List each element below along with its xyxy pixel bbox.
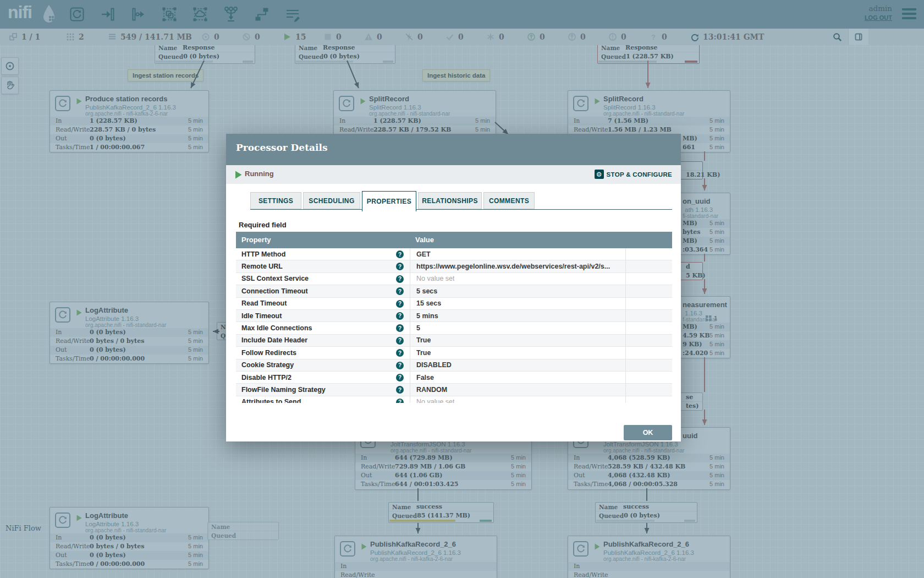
value-cell[interactable]: 15 secs: [410, 298, 625, 309]
run-status-row: Running ⚙ STOP & CONFIGURE: [226, 165, 681, 184]
property-row: SSL Context Service?No value set: [236, 273, 672, 285]
nifi-app: Ingest station recordsIngest historic da…: [0, 0, 924, 578]
property-cell: Include Date Header?: [236, 335, 410, 346]
spacer-cell: [625, 273, 672, 285]
property-cell: Read Timeout?: [236, 298, 410, 309]
spacer-cell: [625, 248, 672, 260]
property-cell: HTTP Method?: [236, 248, 410, 260]
property-name: Cookie Strategy: [241, 361, 294, 369]
property-row: FlowFile Naming Strategy?RANDOM: [236, 384, 672, 396]
value-cell[interactable]: True: [410, 347, 625, 358]
property-name: SSL Context Service: [241, 275, 309, 282]
spacer-cell: [625, 298, 672, 309]
property-row: Read Timeout?15 secs: [236, 298, 672, 310]
property-cell: Max Idle Connections?: [236, 322, 410, 334]
property-value: True: [416, 349, 431, 357]
spacer-cell: [625, 359, 672, 371]
tab-comments[interactable]: COMMENTS: [483, 192, 535, 209]
value-cell[interactable]: True: [410, 335, 625, 346]
property-cell: Disable HTTP/2?: [236, 372, 410, 383]
spacer-cell: [625, 322, 672, 334]
property-cell: Idle Timeout?: [236, 310, 410, 321]
help-icon[interactable]: ?: [396, 300, 404, 308]
value-cell[interactable]: No value set: [410, 396, 625, 403]
property-row: Connection Timeout?5 secs: [236, 285, 672, 297]
properties-table-header: Property Value: [236, 232, 672, 248]
column-property: Property: [241, 236, 271, 244]
property-row: HTTP Method?GET: [236, 248, 672, 260]
property-name: Follow Redirects: [241, 349, 296, 357]
property-name: Max Idle Connections: [241, 324, 312, 332]
tab-scheduling[interactable]: SCHEDULING: [303, 192, 360, 209]
property-value: RANDOM: [416, 386, 447, 394]
property-value: True: [416, 336, 431, 344]
property-row: Max Idle Connections?5: [236, 322, 672, 334]
help-icon[interactable]: ?: [396, 275, 404, 283]
property-value: DISABLED: [416, 361, 452, 369]
tab-relationships[interactable]: RELATIONSHIPS: [418, 192, 482, 209]
property-name: Disable HTTP/2: [241, 374, 292, 381]
property-row: Follow Redirects?True: [236, 347, 672, 359]
property-row: Include Date Header?True: [236, 335, 672, 347]
property-value: False: [416, 374, 434, 381]
property-cell: FlowFile Naming Strategy?: [236, 384, 410, 395]
help-icon[interactable]: ?: [396, 312, 404, 320]
property-name: Read Timeout: [241, 299, 287, 307]
help-icon[interactable]: ?: [396, 349, 404, 357]
required-field-note: Required field: [239, 221, 287, 229]
property-value: 5: [416, 324, 420, 332]
property-value: No value set: [416, 398, 454, 403]
spacer-cell: [625, 384, 672, 395]
help-icon[interactable]: ?: [396, 399, 404, 403]
column-value: Value: [415, 236, 434, 244]
help-icon[interactable]: ?: [396, 362, 404, 369]
spacer-cell: [625, 347, 672, 358]
property-name: Idle Timeout: [241, 312, 282, 320]
spacer-cell: [625, 335, 672, 346]
value-cell[interactable]: RANDOM: [410, 384, 625, 395]
property-cell: Follow Redirects?: [236, 347, 410, 358]
help-icon[interactable]: ?: [396, 250, 404, 258]
property-name: Attributes to Send: [241, 398, 301, 403]
gear-icon: ⚙: [595, 170, 604, 179]
property-cell: Attributes to Send?: [236, 396, 410, 403]
property-row: Cookie Strategy?DISABLED: [236, 359, 672, 372]
help-icon[interactable]: ?: [396, 263, 404, 270]
spacer-cell: [625, 396, 672, 403]
tab-settings[interactable]: SETTINGS: [250, 192, 301, 209]
value-cell[interactable]: False: [410, 372, 625, 383]
value-cell[interactable]: 5: [410, 322, 625, 334]
tab-properties[interactable]: PROPERTIES: [362, 191, 416, 211]
property-value: No value set: [416, 275, 454, 282]
stop-and-configure-button[interactable]: ⚙ STOP & CONFIGURE: [595, 170, 672, 179]
processor-details-dialog: Processor Details Running ⚙ STOP & CONFI…: [226, 134, 681, 441]
property-cell: SSL Context Service?: [236, 273, 410, 285]
help-icon[interactable]: ?: [396, 337, 404, 345]
help-icon[interactable]: ?: [396, 287, 404, 295]
value-cell[interactable]: 5 mins: [410, 310, 625, 321]
value-cell[interactable]: https://www.pegelonline.wsv.de/webservic…: [410, 260, 625, 272]
property-value: https://www.pegelonline.wsv.de/webservic…: [416, 263, 610, 270]
property-value: 5 secs: [416, 287, 437, 295]
property-row: Idle Timeout?5 mins: [236, 310, 672, 322]
property-cell: Connection Timeout?: [236, 285, 410, 297]
ok-button[interactable]: OK: [624, 425, 672, 440]
value-cell[interactable]: 5 secs: [410, 285, 625, 297]
property-name: HTTP Method: [241, 250, 285, 258]
run-status-label: Running: [245, 170, 274, 178]
value-cell[interactable]: No value set: [410, 273, 625, 285]
help-icon[interactable]: ?: [396, 386, 404, 394]
help-icon[interactable]: ?: [396, 324, 404, 332]
value-cell[interactable]: DISABLED: [410, 359, 625, 371]
property-value: GET: [416, 250, 431, 258]
spacer-cell: [625, 372, 672, 383]
property-cell: Remote URL?: [236, 260, 410, 272]
help-icon[interactable]: ?: [396, 374, 404, 381]
property-name: Connection Timeout: [241, 287, 308, 295]
property-name: FlowFile Naming Strategy: [241, 386, 326, 394]
running-icon: [235, 171, 242, 179]
dialog-title: Processor Details: [236, 142, 328, 153]
property-row: Remote URL?https://www.pegelonline.wsv.d…: [236, 260, 672, 272]
property-row: Attributes to Send?No value set: [236, 396, 672, 403]
value-cell[interactable]: GET: [410, 248, 625, 260]
